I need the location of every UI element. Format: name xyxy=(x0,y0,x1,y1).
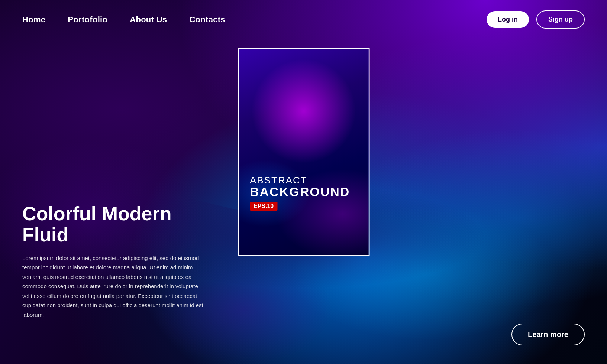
nav-link-about[interactable]: About Us xyxy=(130,15,167,24)
card-abstract-text: ABSTRACT xyxy=(250,175,350,185)
nav-item-home[interactable]: Home xyxy=(22,15,45,25)
hero-text-block: Colorful Modern Fluid Lorem ipsum dolor … xyxy=(22,203,204,319)
card-background-text: BACKGROUND xyxy=(250,185,350,199)
nav-actions: Log in Sign up xyxy=(487,10,585,29)
card-content: ABSTRACT BACKGROUND EPS.10 xyxy=(250,175,350,211)
nav-link-contacts[interactable]: Contacts xyxy=(189,15,225,24)
hero-title: Colorful Modern Fluid xyxy=(22,203,204,246)
nav-item-contacts[interactable]: Contacts xyxy=(189,15,225,25)
nav-item-about[interactable]: About Us xyxy=(130,15,167,25)
nav-item-portfolio[interactable]: Portofolio xyxy=(68,15,107,25)
hero-card: ABSTRACT BACKGROUND EPS.10 xyxy=(238,48,369,256)
login-button[interactable]: Log in xyxy=(487,11,529,28)
signup-button[interactable]: Sign up xyxy=(536,10,585,29)
hero-body-text: Lorem ipsum dolor sit amet, consectetur … xyxy=(22,253,204,320)
nav-link-portfolio[interactable]: Portofolio xyxy=(68,15,107,24)
card-inner-background xyxy=(239,49,368,255)
card-eps-badge: EPS.10 xyxy=(250,202,277,211)
nav-link-home[interactable]: Home xyxy=(22,15,45,24)
navbar: Home Portofolio About Us Contacts Log in… xyxy=(0,0,607,39)
nav-links: Home Portofolio About Us Contacts xyxy=(22,15,225,25)
learn-more-button[interactable]: Learn more xyxy=(511,324,585,345)
